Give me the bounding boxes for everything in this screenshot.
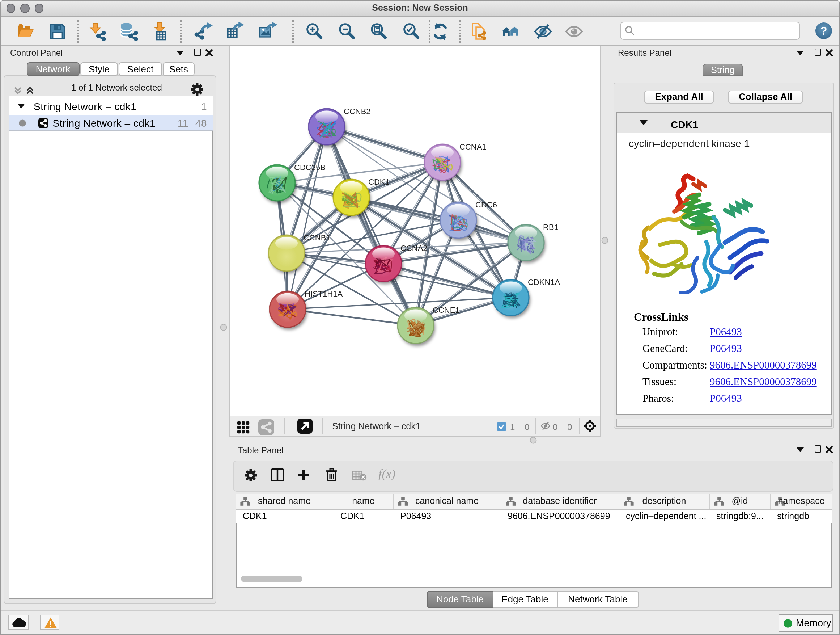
svg-text:CCNA1: CCNA1 (459, 142, 486, 151)
svg-text:RB1: RB1 (543, 222, 558, 231)
svg-text:CCNB2: CCNB2 (343, 106, 370, 116)
svg-text:CCNE1: CCNE1 (432, 305, 459, 314)
svg-text:CCNA2: CCNA2 (400, 243, 427, 252)
svg-text:CDKN1A: CDKN1A (527, 277, 560, 287)
svg-text:HIST1H1A: HIST1H1A (304, 289, 342, 298)
svg-text:CDK1: CDK1 (368, 177, 389, 186)
svg-text:CDC6: CDC6 (475, 200, 497, 209)
svg-text:CCNB1: CCNB1 (303, 233, 330, 242)
svg-text:CDC25B: CDC25B (294, 163, 325, 172)
